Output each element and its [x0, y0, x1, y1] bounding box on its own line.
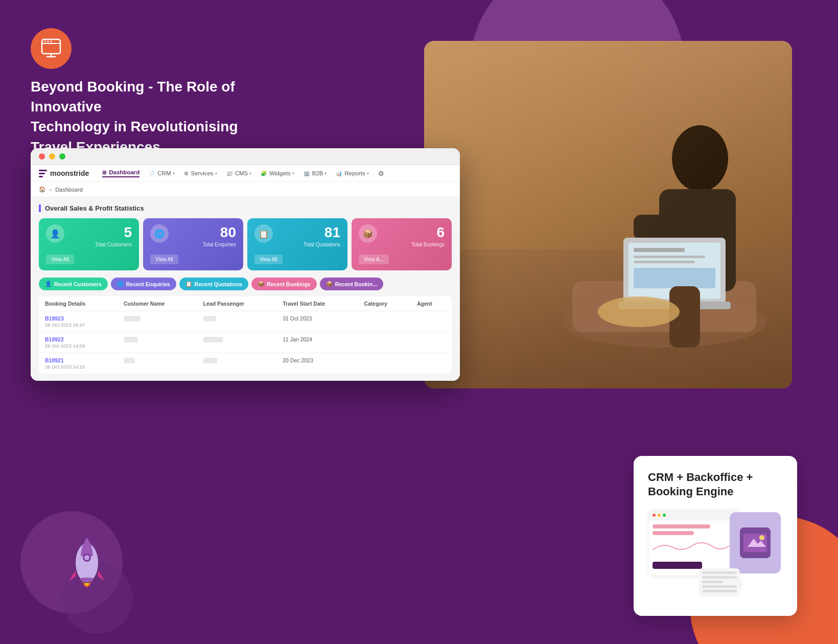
stat-card-bookings[interactable]: 📦 6 Total Bookings View A...: [352, 218, 452, 270]
table-row: B18921 26 Oct 2023 14:25 20 Dec 2023: [39, 353, 452, 374]
nav-item-b2b-label: B2B: [312, 170, 323, 176]
stat-enquiries-right: 80 Total Enquiries: [202, 224, 236, 247]
stat-card-bookings-top: 📦 6 Total Bookings: [359, 224, 445, 247]
stat-card-quotations-top: 📋 81 Total Quotations: [254, 224, 340, 247]
breadcrumb-home-icon: 🏠: [39, 186, 46, 193]
td-category-1: [358, 311, 411, 332]
nav-logo-bar-2: [39, 173, 45, 174]
tab-customers-label: Recent Customers: [54, 281, 102, 287]
td-passenger-2: [197, 332, 277, 353]
svg-point-24: [84, 555, 89, 560]
stat-bookings-number: 6: [411, 224, 445, 241]
stat-quotations-number: 81: [304, 224, 340, 241]
th-agent: Agent: [411, 296, 452, 311]
nav-logo[interactable]: moonstride: [39, 169, 89, 177]
crm-card-title: CRM + Backoffice +Booking Engine: [648, 470, 783, 499]
tab-bookings2-label: Recent Bookin...: [335, 281, 377, 287]
booking-id-1[interactable]: B18923: [45, 315, 111, 321]
illus-bar-2: [653, 531, 694, 535]
table-row: B18922 26 Oct 2023 14:59 11 Jan 2024: [39, 332, 452, 353]
illus-line-3: [702, 581, 723, 583]
illus-bar-1: [653, 524, 710, 528]
nav-item-widgets-label: Widgets: [269, 170, 291, 176]
nav-item-dashboard[interactable]: ⊞ Dashboard: [102, 169, 139, 177]
browser-dot-yellow[interactable]: [49, 153, 55, 159]
nav-item-settings[interactable]: ⚙: [378, 170, 384, 177]
svg-rect-25: [81, 578, 93, 582]
svg-point-4: [51, 41, 52, 42]
td-travel-2: 11 Jan 2024: [276, 332, 358, 353]
illus-dot-yellow: [658, 514, 661, 517]
nav-item-dashboard-label: Dashboard: [109, 169, 139, 175]
booking-id-3[interactable]: B18921: [45, 357, 111, 363]
stat-bookings-viewall[interactable]: View A...: [359, 255, 389, 264]
th-travel-start: Travel Start Date: [276, 296, 358, 311]
svg-point-28: [759, 535, 764, 540]
stat-quotations-icon: 📋: [254, 224, 273, 243]
illus-content: [648, 520, 739, 573]
td-agent-2: [411, 332, 452, 353]
tab-recent-enquiries[interactable]: 🌐 Recent Enquiries: [111, 278, 176, 290]
nav-b2b-chevron: ▾: [324, 171, 327, 176]
nav-item-widgets[interactable]: 🧩 Widgets ▾: [261, 170, 294, 176]
illus-browser: [648, 510, 740, 576]
data-table: Booking Details Customer Name Lead Passe…: [39, 296, 452, 374]
booking-id-2[interactable]: B18922: [45, 336, 111, 342]
table-row: B18923 26 Oct 2023 18:47 31 Oct 2023: [39, 311, 452, 332]
tab-recent-customers[interactable]: 👤 Recent Customers: [39, 278, 108, 290]
illus-line-5: [702, 590, 737, 592]
stat-card-enquiries[interactable]: 🌐 80 Total Enquiries View All: [143, 218, 243, 270]
rocket-svg: [66, 535, 107, 596]
tab-recent-bookings[interactable]: 📦 Recent Bookings: [251, 278, 317, 290]
stat-quotations-viewall[interactable]: View All: [254, 255, 283, 264]
illus-text-block: [699, 568, 740, 596]
stat-customers-viewall[interactable]: View All: [46, 255, 74, 264]
stat-card-customers[interactable]: 👤 5 Total Customers View All: [39, 218, 139, 270]
stat-enquiries-number: 80: [202, 224, 236, 241]
browser-dot-red[interactable]: [39, 153, 45, 159]
stat-customers-right: 5 Total Customers: [95, 224, 132, 247]
passenger-name-1: [203, 316, 216, 321]
nav-crm-chevron: ▾: [173, 171, 175, 176]
stat-card-enquiries-top: 🌐 80 Total Enquiries: [150, 224, 236, 247]
td-agent-1: [411, 311, 452, 332]
tab-recent-bookings2[interactable]: 📦 Recent Bookin...: [320, 278, 383, 290]
nav-services-chevron: ▾: [215, 171, 217, 176]
nav-item-cms-label: CMS: [235, 170, 248, 176]
illus-bottom-btn: [653, 562, 702, 569]
svg-point-2: [44, 41, 46, 42]
tabs-row: 👤 Recent Customers 🌐 Recent Enquiries 📋 …: [39, 278, 452, 290]
nav-item-services[interactable]: ⚙ Services ▾: [184, 170, 217, 176]
illus-outer: 🔍: [648, 510, 781, 596]
breadcrumb-separator: »: [49, 187, 52, 193]
stat-quotations-right: 81 Total Quotations: [304, 224, 340, 247]
td-customer-1: [118, 311, 197, 332]
headline-line1: Beyond Booking - The Role of Innovative: [31, 79, 235, 114]
nav-item-cms[interactable]: 📰 CMS ▾: [226, 170, 252, 176]
illus-line-2: [702, 576, 737, 579]
booking-date-1: 26 Oct 2023 18:47: [45, 322, 85, 328]
nav-item-crm[interactable]: 📄 CRM ▾: [149, 170, 174, 176]
breadcrumb-current: Dashboard: [55, 187, 83, 193]
nav-item-b2b[interactable]: 🏢 B2B ▾: [304, 170, 327, 176]
nav-logo-bar-1: [39, 170, 47, 171]
nav-reports-chevron: ▾: [367, 171, 369, 176]
booking-date-3: 26 Oct 2023 14:25: [45, 364, 85, 370]
stat-card-quotations[interactable]: 📋 81 Total Quotations View All: [247, 218, 347, 270]
nav-widgets-chevron: ▾: [292, 171, 294, 176]
td-travel-3: 20 Dec 2023: [276, 353, 358, 374]
customer-name-2: [124, 337, 138, 342]
app-logo-icon: [31, 28, 72, 69]
td-passenger-3: [197, 353, 277, 374]
table-header: Booking Details Customer Name Lead Passe…: [39, 296, 452, 311]
browser-dot-green[interactable]: [59, 153, 65, 159]
nav-item-services-label: Services: [191, 170, 214, 176]
stat-enquiries-label: Total Enquiries: [202, 242, 236, 247]
nav-item-reports[interactable]: 📊 Reports ▾: [336, 170, 368, 176]
nav-cms-chevron: ▾: [249, 171, 251, 176]
illus-dot-red: [653, 514, 656, 517]
tab-recent-quotations[interactable]: 📋 Recent Quotations: [179, 278, 248, 290]
illus-purple-card: [730, 512, 781, 573]
stat-customers-number: 5: [95, 224, 132, 241]
stat-enquiries-viewall[interactable]: View All: [150, 255, 178, 264]
